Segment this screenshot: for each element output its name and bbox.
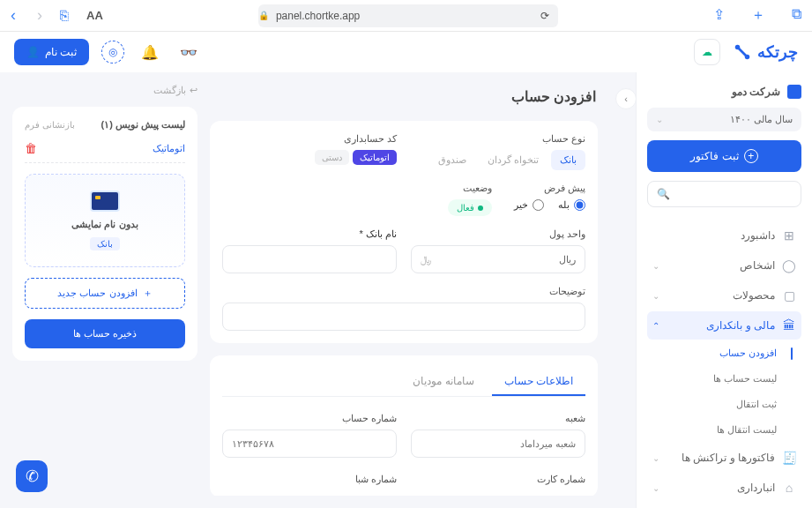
sub-add-transfer[interactable]: ثبت انتقال xyxy=(647,392,784,416)
plus-icon: ＋ xyxy=(143,287,153,300)
support-fab[interactable]: ✆ xyxy=(16,460,48,492)
draft-auto-link[interactable]: اتوماتیک xyxy=(153,143,185,154)
create-invoice-button[interactable]: + ثبت فاکتور xyxy=(647,140,801,172)
currency-label: واحد پول xyxy=(411,228,585,240)
nav-invoices[interactable]: 🧾فاکتورها و تراکنش ها ⌄ xyxy=(647,444,801,472)
app-top-bar: چرتکه ☁ 👓 🔔 ◎ ثبت نام 👤 xyxy=(0,32,812,72)
sheba-label: شماره شبا xyxy=(222,474,397,485)
box-icon: ▢ xyxy=(782,288,796,303)
sub-account-list[interactable]: لیست حساب ها xyxy=(647,367,784,391)
company-icon xyxy=(787,85,801,99)
branch-input[interactable] xyxy=(411,430,585,458)
tab-account-info[interactable]: اطلاعات حساب xyxy=(492,368,585,396)
target-icon[interactable]: ◎ xyxy=(101,41,124,64)
accounting-code-label: کد حسابداری xyxy=(222,133,397,145)
page-title: افزودن حساب xyxy=(511,88,596,105)
cloud-status-icon[interactable]: ☁ xyxy=(694,39,720,65)
chevron-up-icon: ⌃ xyxy=(652,321,659,331)
company-selector[interactable]: شرکت دمو xyxy=(647,85,801,99)
back-arrow-icon: ↩ xyxy=(190,85,197,96)
account-type-label: نوع حساب xyxy=(411,133,585,145)
description-input[interactable] xyxy=(222,303,585,331)
fiscal-year-selector[interactable]: سال مالی ۱۴۰۰ ⌄ xyxy=(647,108,801,131)
default-no[interactable]: خیر xyxy=(514,199,544,211)
save-accounts-button[interactable]: ذخیره حساب ها xyxy=(25,319,185,348)
back-link[interactable]: ↩ بازگشت xyxy=(153,85,197,96)
default-yes[interactable]: بله xyxy=(558,199,585,211)
sub-transfer-list[interactable]: لیست انتقال ها xyxy=(647,418,784,442)
account-form-card: نوع حساب بانک تنخواه گردان صندوق کد حساب… xyxy=(210,121,598,343)
signup-button[interactable]: ثبت نام 👤 xyxy=(14,39,89,65)
add-new-account-button[interactable]: ＋ افزودن حساب جدید xyxy=(25,278,185,309)
new-tab-icon[interactable]: ＋ xyxy=(751,6,765,25)
refresh-icon[interactable]: ⟳ xyxy=(540,10,549,22)
chevron-down-icon: ⌄ xyxy=(652,291,659,301)
fiscal-year-label: سال مالی ۱۴۰۰ xyxy=(730,114,793,125)
type-bank[interactable]: بانک xyxy=(551,150,585,170)
search-icon: 🔍 xyxy=(657,188,670,200)
url-text: panel.chortke.app xyxy=(276,10,360,22)
nav-people[interactable]: ◯اشخاص ⌄ xyxy=(647,251,801,280)
glasses-icon[interactable]: 👓 xyxy=(175,39,202,65)
bank-name-input[interactable] xyxy=(222,245,397,273)
create-invoice-label: ثبت فاکتور xyxy=(690,150,738,162)
lock-icon: 🔒 xyxy=(258,11,269,20)
people-icon: ◯ xyxy=(782,258,796,273)
nav-warehouse[interactable]: ⌂انبارداری ⌄ xyxy=(647,474,801,502)
info-tabs: اطلاعات حساب سامانه مودیان xyxy=(222,368,585,397)
url-bar[interactable]: 🔒 panel.chortke.app ⟳ xyxy=(258,4,558,27)
tab-modian[interactable]: سامانه مودیان xyxy=(400,368,486,396)
brand-text: چرتکه xyxy=(757,42,798,62)
currency-select[interactable]: ریال ﷼ xyxy=(411,245,585,273)
search-input[interactable]: 🔍 xyxy=(647,181,801,207)
dashboard-icon: ⊞ xyxy=(782,228,796,243)
logo-icon xyxy=(733,42,752,62)
nav-products[interactable]: ▢محصولات ⌄ xyxy=(647,281,801,310)
type-cashbox[interactable]: صندوق xyxy=(429,150,475,170)
type-petty[interactable]: تنخواه گردان xyxy=(479,150,548,170)
bank-icon: 🏛 xyxy=(782,318,796,332)
nav-list: ⊞داشبورد ◯اشخاص ⌄ ▢محصولات ⌄ 🏛مالی و بان… xyxy=(647,221,801,502)
account-type-tabs: بانک تنخواه گردان صندوق xyxy=(411,150,585,170)
chevron-down-icon: ⌄ xyxy=(652,261,659,271)
nav-dashboard[interactable]: ⊞داشبورد xyxy=(647,221,801,250)
preview-type-badge: بانک xyxy=(90,237,120,250)
draft-panel: لیست پیش نویس (۱) بازنشانی فرم اتوماتیک … xyxy=(12,107,197,361)
logo[interactable]: چرتکه xyxy=(733,42,798,62)
account-no-label: شماره حساب xyxy=(222,413,397,424)
book-icon[interactable]: ⎘ xyxy=(60,8,69,24)
company-name: شرکت دمو xyxy=(732,86,780,98)
browser-chrome: ‹ › ⎘ AA 🔒 panel.chortke.app ⟳ ⇪ ＋ ⧉ xyxy=(0,0,812,32)
bank-name-label: نام بانک * xyxy=(222,228,397,240)
reset-form-link[interactable]: بازنشانی فرم xyxy=(25,120,75,130)
text-size-icon[interactable]: AA xyxy=(86,9,103,22)
bank-card-icon xyxy=(90,190,120,212)
plus-icon: + xyxy=(744,149,758,163)
tabs-icon[interactable]: ⧉ xyxy=(792,6,801,25)
draft-title: لیست پیش نویس (۱) xyxy=(101,119,185,131)
nav-finance[interactable]: 🏛مالی و بانکداری ⌃ xyxy=(647,311,801,340)
back-icon[interactable]: ‹ xyxy=(11,6,16,25)
sidebar: شرکت دمو سال مالی ۱۴۰۰ ⌄ + ثبت فاکتور 🔍 … xyxy=(636,72,812,508)
phone-icon: ✆ xyxy=(26,467,39,486)
sub-add-account[interactable]: افزودن حساب xyxy=(647,341,784,365)
preview-name: بدون نام نمایشی xyxy=(71,219,138,230)
status-chip[interactable]: فعال xyxy=(448,199,492,216)
main-content: › افزودن حساب نوع حساب بانک تنخواه گردان… xyxy=(0,72,636,508)
code-manual[interactable]: دستی xyxy=(315,150,349,165)
bell-icon[interactable]: 🔔 xyxy=(137,39,163,65)
user-icon: 👤 xyxy=(26,46,40,58)
code-auto[interactable]: اتوماتیک xyxy=(353,150,397,165)
receipt-icon: 🧾 xyxy=(782,451,796,465)
sidebar-collapse-button[interactable]: › xyxy=(615,88,636,109)
share-icon[interactable]: ⇪ xyxy=(713,6,725,25)
trash-icon[interactable]: 🗑 xyxy=(25,141,37,155)
code-mode-toggle: اتوماتیک دستی xyxy=(222,150,397,165)
default-label: پیش فرض xyxy=(506,183,585,194)
status-dot-icon xyxy=(478,205,483,211)
branch-label: شعبه xyxy=(411,413,585,424)
chevron-down-icon: ⌄ xyxy=(656,115,663,124)
status-label: وضعیت xyxy=(421,183,492,194)
account-no-input[interactable] xyxy=(222,430,397,458)
forward-icon[interactable]: › xyxy=(37,6,42,25)
